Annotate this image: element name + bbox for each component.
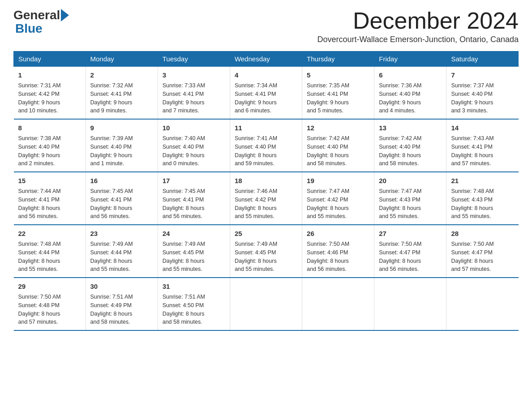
day-info: Sunrise: 7:32 AMSunset: 4:41 PMDaylight:…: [90, 81, 153, 115]
day-number: 7: [451, 70, 514, 80]
header-friday: Friday: [374, 51, 446, 67]
day-number: 8: [18, 123, 81, 133]
day-info: Sunrise: 7:49 AMSunset: 4:44 PMDaylight:…: [90, 240, 153, 274]
calendar-week-3: 15 Sunrise: 7:44 AMSunset: 4:41 PMDaylig…: [14, 172, 519, 225]
day-number: 30: [90, 282, 153, 291]
header-saturday: Saturday: [446, 51, 519, 67]
calendar-cell: 5 Sunrise: 7:35 AMSunset: 4:41 PMDayligh…: [302, 67, 374, 120]
calendar-cell: 8 Sunrise: 7:38 AMSunset: 4:40 PMDayligh…: [14, 119, 86, 172]
day-info: Sunrise: 7:40 AMSunset: 4:40 PMDaylight:…: [163, 134, 225, 168]
header-tuesday: Tuesday: [158, 51, 230, 67]
day-info: Sunrise: 7:31 AMSunset: 4:42 PMDaylight:…: [18, 81, 81, 115]
calendar-cell: 19 Sunrise: 7:47 AMSunset: 4:42 PMDaylig…: [302, 172, 374, 225]
day-number: 10: [163, 123, 225, 133]
header-thursday: Thursday: [302, 51, 374, 67]
header-monday: Monday: [86, 51, 158, 67]
day-number: 28: [451, 229, 514, 238]
calendar-cell: 16 Sunrise: 7:45 AMSunset: 4:41 PMDaylig…: [86, 172, 158, 225]
calendar-cell: 21 Sunrise: 7:48 AMSunset: 4:43 PMDaylig…: [446, 172, 519, 225]
day-number: 15: [18, 176, 81, 185]
calendar-cell: 7 Sunrise: 7:37 AMSunset: 4:40 PMDayligh…: [446, 67, 519, 120]
day-number: 12: [307, 123, 369, 133]
day-info: Sunrise: 7:38 AMSunset: 4:40 PMDaylight:…: [18, 134, 81, 168]
calendar-cell: 11 Sunrise: 7:41 AMSunset: 4:40 PMDaylig…: [230, 119, 302, 172]
calendar-cell: 27 Sunrise: 7:50 AMSunset: 4:47 PMDaylig…: [374, 225, 446, 278]
calendar-table: SundayMondayTuesdayWednesdayThursdayFrid…: [13, 51, 519, 331]
calendar-cell: 10 Sunrise: 7:40 AMSunset: 4:40 PMDaylig…: [158, 119, 230, 172]
calendar-cell: 24 Sunrise: 7:49 AMSunset: 4:45 PMDaylig…: [158, 225, 230, 278]
calendar-week-2: 8 Sunrise: 7:38 AMSunset: 4:40 PMDayligh…: [14, 119, 519, 172]
calendar-cell: 30 Sunrise: 7:51 AMSunset: 4:49 PMDaylig…: [86, 278, 158, 330]
day-info: Sunrise: 7:44 AMSunset: 4:41 PMDaylight:…: [18, 187, 81, 221]
day-info: Sunrise: 7:48 AMSunset: 4:43 PMDaylight:…: [451, 187, 514, 221]
day-number: 21: [451, 176, 514, 185]
header-wednesday: Wednesday: [230, 51, 302, 67]
day-number: 9: [90, 123, 153, 133]
calendar-cell: 12 Sunrise: 7:42 AMSunset: 4:40 PMDaylig…: [302, 119, 374, 172]
logo-arrow-icon: [61, 9, 69, 21]
calendar-cell: 6 Sunrise: 7:36 AMSunset: 4:40 PMDayligh…: [374, 67, 446, 120]
day-number: 14: [451, 123, 514, 133]
logo-general: General: [13, 9, 60, 21]
logo: General Blue: [13, 9, 70, 36]
day-info: Sunrise: 7:33 AMSunset: 4:41 PMDaylight:…: [163, 81, 225, 115]
calendar-cell: 15 Sunrise: 7:44 AMSunset: 4:41 PMDaylig…: [14, 172, 86, 225]
calendar-cell: [302, 278, 374, 330]
calendar-cell: 25 Sunrise: 7:49 AMSunset: 4:45 PMDaylig…: [230, 225, 302, 278]
day-info: Sunrise: 7:37 AMSunset: 4:40 PMDaylight:…: [451, 81, 514, 115]
calendar-cell: 22 Sunrise: 7:48 AMSunset: 4:44 PMDaylig…: [14, 225, 86, 278]
day-info: Sunrise: 7:50 AMSunset: 4:46 PMDaylight:…: [307, 240, 369, 274]
day-info: Sunrise: 7:41 AMSunset: 4:40 PMDaylight:…: [235, 134, 297, 168]
day-info: Sunrise: 7:47 AMSunset: 4:42 PMDaylight:…: [307, 187, 369, 221]
page-header: General Blue December 2024 Dovercourt-Wa…: [13, 9, 519, 44]
day-number: 16: [90, 176, 153, 185]
day-info: Sunrise: 7:42 AMSunset: 4:40 PMDaylight:…: [379, 134, 442, 168]
calendar-cell: 3 Sunrise: 7:33 AMSunset: 4:41 PMDayligh…: [158, 67, 230, 120]
calendar-cell: 29 Sunrise: 7:50 AMSunset: 4:48 PMDaylig…: [14, 278, 86, 330]
day-number: 26: [307, 229, 369, 238]
calendar-cell: 14 Sunrise: 7:43 AMSunset: 4:41 PMDaylig…: [446, 119, 519, 172]
day-info: Sunrise: 7:35 AMSunset: 4:41 PMDaylight:…: [307, 81, 369, 115]
calendar-week-5: 29 Sunrise: 7:50 AMSunset: 4:48 PMDaylig…: [14, 278, 519, 330]
calendar-cell: 28 Sunrise: 7:50 AMSunset: 4:47 PMDaylig…: [446, 225, 519, 278]
day-number: 2: [90, 70, 153, 80]
header-sunday: Sunday: [14, 51, 86, 67]
calendar-cell: 31 Sunrise: 7:51 AMSunset: 4:50 PMDaylig…: [158, 278, 230, 330]
calendar-cell: [230, 278, 302, 330]
day-info: Sunrise: 7:34 AMSunset: 4:41 PMDaylight:…: [235, 81, 297, 115]
calendar-cell: [446, 278, 519, 330]
day-info: Sunrise: 7:50 AMSunset: 4:47 PMDaylight:…: [451, 240, 514, 274]
day-number: 29: [18, 282, 81, 291]
calendar-cell: 1 Sunrise: 7:31 AMSunset: 4:42 PMDayligh…: [14, 67, 86, 120]
day-number: 19: [307, 176, 369, 185]
logo-blue: Blue: [15, 21, 43, 35]
calendar-cell: 18 Sunrise: 7:46 AMSunset: 4:42 PMDaylig…: [230, 172, 302, 225]
day-number: 25: [235, 229, 297, 238]
calendar-cell: [374, 278, 446, 330]
calendar-cell: 17 Sunrise: 7:45 AMSunset: 4:41 PMDaylig…: [158, 172, 230, 225]
day-number: 18: [235, 176, 297, 185]
calendar-cell: 26 Sunrise: 7:50 AMSunset: 4:46 PMDaylig…: [302, 225, 374, 278]
calendar-cell: 4 Sunrise: 7:34 AMSunset: 4:41 PMDayligh…: [230, 67, 302, 120]
day-info: Sunrise: 7:39 AMSunset: 4:40 PMDaylight:…: [90, 134, 153, 168]
day-info: Sunrise: 7:51 AMSunset: 4:49 PMDaylight:…: [90, 293, 153, 326]
calendar-cell: 23 Sunrise: 7:49 AMSunset: 4:44 PMDaylig…: [86, 225, 158, 278]
month-title: December 2024: [317, 9, 519, 32]
day-info: Sunrise: 7:50 AMSunset: 4:48 PMDaylight:…: [18, 293, 81, 326]
location-subtitle: Dovercourt-Wallace Emerson-Junction, Ont…: [317, 35, 519, 44]
calendar-week-4: 22 Sunrise: 7:48 AMSunset: 4:44 PMDaylig…: [14, 225, 519, 278]
calendar-cell: 2 Sunrise: 7:32 AMSunset: 4:41 PMDayligh…: [86, 67, 158, 120]
day-info: Sunrise: 7:48 AMSunset: 4:44 PMDaylight:…: [18, 240, 81, 274]
day-number: 31: [163, 282, 225, 291]
day-info: Sunrise: 7:45 AMSunset: 4:41 PMDaylight:…: [163, 187, 225, 221]
day-number: 11: [235, 123, 297, 133]
day-info: Sunrise: 7:49 AMSunset: 4:45 PMDaylight:…: [163, 240, 225, 274]
calendar-cell: 20 Sunrise: 7:47 AMSunset: 4:43 PMDaylig…: [374, 172, 446, 225]
day-info: Sunrise: 7:47 AMSunset: 4:43 PMDaylight:…: [379, 187, 442, 221]
day-number: 17: [163, 176, 225, 185]
calendar-week-1: 1 Sunrise: 7:31 AMSunset: 4:42 PMDayligh…: [14, 67, 519, 120]
day-info: Sunrise: 7:45 AMSunset: 4:41 PMDaylight:…: [90, 187, 153, 221]
day-number: 24: [163, 229, 225, 238]
day-number: 4: [235, 70, 297, 80]
day-number: 13: [379, 123, 442, 133]
